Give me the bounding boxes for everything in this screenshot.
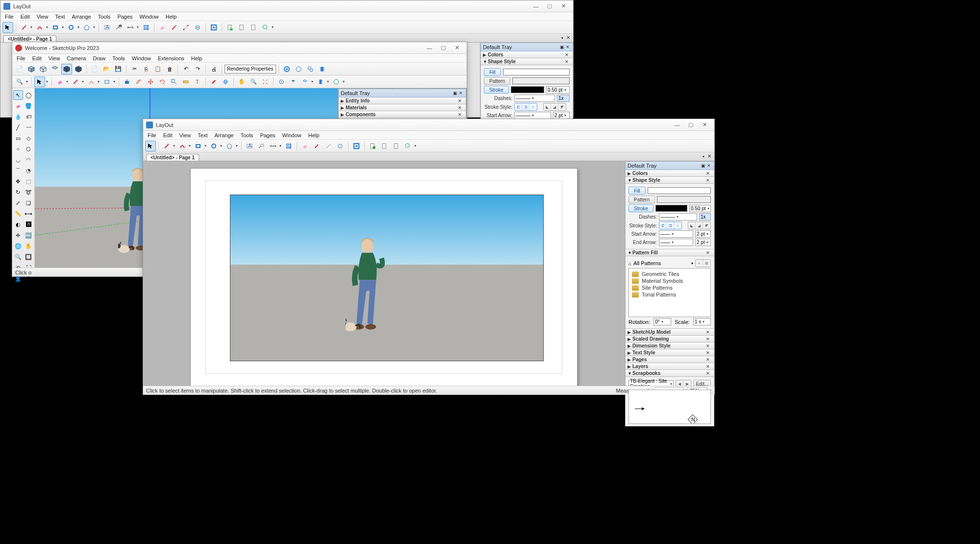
tape-tool[interactable]: 📏: [13, 209, 23, 219]
minimize-button[interactable]: —: [529, 1, 543, 11]
select-tool[interactable]: [145, 141, 156, 151]
menu-help[interactable]: Help: [305, 132, 323, 139]
zoom-tool[interactable]: 🔍: [13, 252, 23, 262]
tape-icon[interactable]: [180, 76, 191, 87]
close-button[interactable]: ✕: [556, 1, 570, 11]
polygon-tool[interactable]: [224, 141, 235, 151]
rect-tool[interactable]: ▭: [13, 133, 23, 143]
pattern-swatch[interactable]: [512, 77, 570, 84]
paint-tool[interactable]: 🪣: [24, 101, 34, 111]
join-tool[interactable]: [335, 141, 346, 151]
minimize-button[interactable]: —: [423, 43, 436, 53]
redo-icon[interactable]: ↷: [192, 64, 203, 74]
split-tool[interactable]: [180, 22, 191, 33]
menu-camera[interactable]: Camera: [63, 55, 89, 62]
pattern-button[interactable]: Pattern: [628, 196, 655, 203]
scale-input[interactable]: 1 x: [693, 318, 711, 325]
erase-tool[interactable]: [157, 22, 168, 33]
pan-icon[interactable]: ✋: [236, 76, 247, 87]
axes-tool[interactable]: ✛: [13, 230, 23, 240]
stroke-join[interactable]: ◣◢◤: [543, 103, 566, 111]
rendering-properties[interactable]: Rendering Properties: [225, 65, 276, 74]
arc-tool[interactable]: [34, 22, 45, 33]
page-prev-tool[interactable]: [248, 22, 259, 33]
paint-icon[interactable]: [208, 76, 219, 87]
close-button[interactable]: ✕: [450, 43, 464, 53]
minimize-button[interactable]: —: [670, 120, 684, 130]
split-tool[interactable]: [323, 141, 334, 151]
tabs-dropdown[interactable]: ▾: [561, 36, 563, 40]
render-icon[interactable]: [281, 64, 292, 74]
move-tool[interactable]: ✥: [13, 176, 23, 186]
stroke-cap[interactable]: ⊏⊐○: [514, 103, 537, 111]
cube-dark2-icon[interactable]: [73, 64, 84, 74]
arc-icon[interactable]: [86, 76, 97, 87]
page-dup-tool[interactable]: [379, 141, 390, 151]
tabs-close[interactable]: ✕: [707, 153, 711, 159]
text-tool[interactable]: A: [244, 141, 255, 151]
maximize-button[interactable]: ▢: [436, 43, 450, 53]
layers-icon[interactable]: [317, 64, 327, 74]
stroke-swatch[interactable]: [511, 86, 544, 93]
pin-icon[interactable]: ▣: [700, 163, 706, 168]
list-item[interactable]: Material Symbols: [631, 277, 708, 284]
rotate-icon[interactable]: [157, 76, 168, 87]
fill-button[interactable]: Fill: [484, 68, 501, 76]
arc-tool[interactable]: [177, 141, 188, 151]
maximize-button[interactable]: ▢: [543, 1, 556, 11]
menu-draw[interactable]: Draw: [89, 55, 109, 62]
erase-tool[interactable]: [300, 141, 310, 151]
rotate-tool[interactable]: ↻: [13, 187, 23, 197]
rotrect-tool[interactable]: ◇: [24, 133, 34, 143]
menu-view[interactable]: View: [176, 132, 195, 139]
offset-icon[interactable]: [133, 76, 144, 87]
push-tool[interactable]: ⬚: [24, 176, 34, 186]
rectangle-tool[interactable]: [50, 22, 61, 33]
cut-icon[interactable]: ✂: [129, 64, 140, 74]
stroke-width[interactable]: 0.50 pt: [689, 205, 711, 212]
label-tool[interactable]: A: [113, 22, 124, 33]
zoom2-icon[interactable]: 🔍: [248, 76, 259, 87]
menu-file[interactable]: File: [144, 132, 160, 139]
tabs-close[interactable]: ✕: [566, 35, 570, 40]
scale-tool[interactable]: ⤢: [13, 198, 23, 208]
menu-file[interactable]: File: [1, 13, 17, 20]
lasso-tool[interactable]: ◯: [24, 90, 34, 100]
tray-close[interactable]: ✕: [565, 45, 571, 49]
menu-edit[interactable]: Edit: [29, 55, 45, 62]
menu-tools[interactable]: Tools: [95, 13, 114, 20]
menu-text[interactable]: Text: [51, 13, 68, 20]
page-nav-tool[interactable]: [260, 22, 271, 33]
cube-dark-icon[interactable]: [61, 64, 72, 74]
fill-swatch[interactable]: [648, 187, 711, 194]
presentation-tool[interactable]: [208, 22, 219, 33]
circle-tool[interactable]: [208, 141, 219, 151]
style-tool[interactable]: [311, 141, 322, 151]
page-del-tool[interactable]: [391, 141, 402, 151]
stroke-button[interactable]: Stroke: [628, 204, 653, 212]
save-icon[interactable]: 💾: [113, 64, 124, 74]
component-icon[interactable]: [26, 64, 37, 74]
dimension-tool[interactable]: [125, 22, 136, 33]
line-tool[interactable]: [161, 141, 172, 151]
menu-pages[interactable]: Pages: [256, 132, 278, 139]
label-tool[interactable]: [256, 141, 267, 151]
panel-close[interactable]: ✕: [565, 52, 571, 57]
print-icon[interactable]: 🖨: [208, 64, 219, 74]
style-tool[interactable]: [169, 22, 179, 33]
doc-tab[interactable]: <Untitled> - Page 1: [3, 35, 56, 42]
menu-view[interactable]: View: [33, 13, 52, 20]
freehand-tool[interactable]: 〰: [24, 123, 34, 132]
start-arrow-size[interactable]: 2 pt: [553, 112, 570, 119]
menu-view[interactable]: View: [45, 55, 64, 62]
menu-arrange[interactable]: Arrange: [69, 13, 95, 20]
menu-help[interactable]: Help: [162, 13, 180, 20]
view-toggle[interactable]: ≡⊞: [695, 259, 711, 267]
list-item[interactable]: Tonal Patterns: [631, 291, 708, 298]
pie-tool[interactable]: ◔: [24, 166, 34, 175]
circle-tool[interactable]: ○: [13, 144, 23, 154]
menu-tools[interactable]: Tools: [109, 55, 128, 62]
page-nav-tool[interactable]: [402, 141, 413, 151]
line-tool[interactable]: ╱: [13, 123, 23, 132]
target-icon[interactable]: [276, 76, 287, 87]
